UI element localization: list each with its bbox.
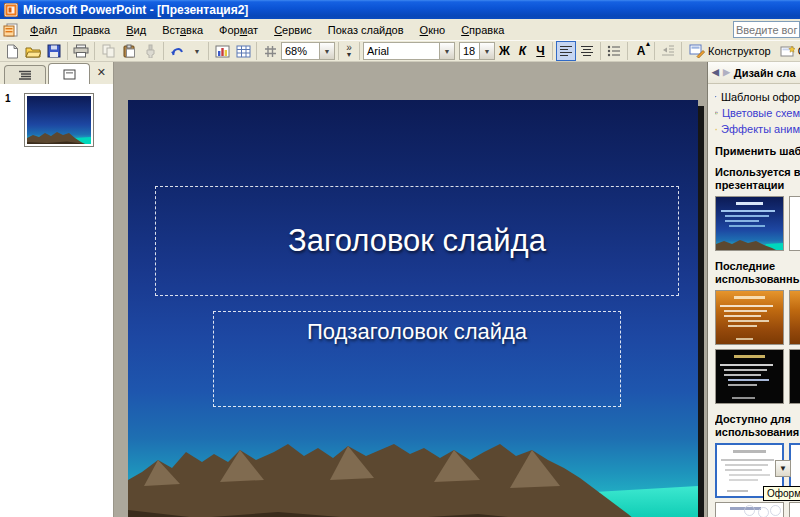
- animation-schemes-icon: [715, 124, 717, 135]
- font-size-value: 18: [460, 45, 479, 57]
- design-templates-link[interactable]: Шаблоны офор: [715, 89, 800, 105]
- menu-edit[interactable]: Правка: [65, 22, 118, 38]
- chevron-down-icon[interactable]: ▼: [439, 43, 454, 59]
- slide-number: 1: [0, 93, 16, 147]
- copy-icon: [102, 44, 115, 58]
- toolbar-separator: [681, 42, 682, 60]
- available-template-thumbnail-2[interactable]: [715, 502, 784, 517]
- bold-button[interactable]: Ж: [496, 41, 513, 61]
- circles-template-preview: [716, 503, 783, 517]
- color-schemes-icon: [715, 108, 718, 118]
- title-placeholder-text: Заголовок слайда: [288, 223, 546, 259]
- grow-font-icon: А▲: [637, 44, 646, 58]
- chevron-down-icon[interactable]: ▼: [479, 43, 494, 59]
- window-title: Microsoft PowerPoint - [Презентация2]: [23, 3, 248, 17]
- toolbar-options-button[interactable]: » ▼: [342, 44, 356, 58]
- design-templates-icon: [715, 92, 717, 102]
- design-button[interactable]: Конструктор: [685, 41, 775, 61]
- menu-insert[interactable]: Вставка: [154, 22, 211, 38]
- section-available-header: Доступно для использования: [715, 413, 800, 439]
- used-template-thumbnail[interactable]: [715, 196, 784, 251]
- available-template-thumbnail-partial-2[interactable]: [789, 502, 800, 517]
- ask-question-input[interactable]: [734, 22, 800, 37]
- back-arrow-icon[interactable]: ◀: [712, 68, 719, 77]
- forward-arrow-icon[interactable]: ▶: [723, 68, 730, 77]
- print-button[interactable]: [71, 41, 91, 61]
- animation-schemes-link[interactable]: Эффекты аним: [715, 121, 800, 137]
- increase-font-button[interactable]: А▲: [631, 41, 651, 61]
- document-icon: [3, 23, 18, 37]
- used-template-thumbnail-partial[interactable]: [789, 196, 800, 251]
- bold-glyph: Ж: [499, 44, 510, 58]
- font-combobox[interactable]: Arial ▼: [363, 42, 455, 60]
- numbering-button[interactable]: [604, 41, 624, 61]
- toolbar-separator: [552, 42, 553, 60]
- new-slide-button[interactable]: Со: [776, 41, 800, 61]
- save-button[interactable]: [44, 41, 64, 61]
- design-button-label: Конструктор: [708, 45, 771, 57]
- slides-tab[interactable]: [48, 63, 90, 84]
- chevron-down-icon[interactable]: ▼: [319, 43, 334, 59]
- menu-format[interactable]: Формат: [211, 22, 266, 38]
- orange-template-preview: [716, 291, 783, 344]
- section-used-header: Используется в презентации: [715, 166, 800, 192]
- recent-template-thumbnail-partial-1[interactable]: [789, 290, 800, 345]
- menu-slideshow[interactable]: Показ слайдов: [320, 22, 412, 38]
- decrease-indent-button[interactable]: [658, 41, 678, 61]
- format-painter-button[interactable]: [140, 41, 160, 61]
- recent-template-thumbnail-partial-2[interactable]: [789, 349, 800, 404]
- font-size-combobox[interactable]: 18 ▼: [459, 42, 495, 60]
- task-pane-body: Шаблоны офор Цветовые схем: [708, 84, 800, 517]
- paste-clipboard-icon: [123, 44, 136, 58]
- template-dropdown-button[interactable]: ▼: [775, 460, 791, 477]
- section-used-line1: Используется в: [715, 166, 800, 179]
- insert-table-button[interactable]: [233, 41, 253, 61]
- zoom-combobox[interactable]: 68% ▼: [281, 42, 335, 60]
- design-templates-label: Шаблоны офор: [721, 91, 800, 103]
- slide-editor-workspace: Заголовок слайда Подзаголовок слайда: [114, 62, 707, 517]
- color-schemes-link[interactable]: Цветовые схем: [715, 105, 800, 121]
- copy-button[interactable]: [98, 41, 118, 61]
- slide-canvas[interactable]: Заголовок слайда Подзаголовок слайда: [128, 100, 698, 517]
- subtitle-placeholder[interactable]: Подзаголовок слайда: [213, 311, 621, 407]
- template-tooltip: Оформ.: [763, 486, 800, 501]
- panel-tab-strip: ✕: [0, 62, 113, 85]
- menu-tools[interactable]: Сервис: [266, 22, 320, 38]
- menu-view[interactable]: Вид: [118, 22, 154, 38]
- chevron-down-icon: ▼: [194, 48, 201, 55]
- show-grid-button[interactable]: [260, 41, 280, 61]
- slides-icon: [63, 69, 76, 80]
- apply-template-label: Применить шабл: [715, 145, 800, 157]
- open-button[interactable]: [23, 41, 43, 61]
- italic-button[interactable]: К: [514, 41, 531, 61]
- underline-button[interactable]: Ч: [532, 41, 549, 61]
- partial-white-preview-2: [790, 503, 800, 517]
- title-placeholder[interactable]: Заголовок слайда: [155, 186, 679, 296]
- format-painter-icon: [144, 44, 157, 58]
- align-center-button[interactable]: [577, 41, 597, 61]
- outline-tab[interactable]: [4, 65, 46, 84]
- menu-help[interactable]: Справка: [453, 22, 512, 38]
- undo-dropdown-button[interactable]: ▼: [188, 41, 205, 61]
- task-pane-header: ◀ ▶ Дизайн сла: [708, 62, 800, 84]
- task-pane-title: Дизайн сла: [734, 67, 796, 79]
- menu-window[interactable]: Окно: [412, 22, 454, 38]
- close-panel-button[interactable]: ✕: [97, 67, 106, 78]
- undo-button[interactable]: [167, 41, 187, 61]
- recent-template-thumbnail-orange[interactable]: [715, 290, 784, 345]
- section-recent-header: Последние использованнь: [715, 260, 800, 286]
- ask-question-box: [733, 21, 800, 38]
- menu-file[interactable]: Файл: [22, 22, 65, 38]
- thumbnail-area: 1: [0, 85, 113, 147]
- title-bar: Microsoft PowerPoint - [Презентация2]: [0, 0, 800, 19]
- paste-button[interactable]: [119, 41, 139, 61]
- recent-template-thumbnail-dark[interactable]: [715, 349, 784, 404]
- align-left-button[interactable]: [556, 41, 576, 61]
- font-name-value: Arial: [364, 45, 439, 57]
- slide-thumbnail[interactable]: [24, 93, 94, 147]
- new-document-button[interactable]: [2, 41, 22, 61]
- partial-template-preview: [790, 197, 800, 250]
- insert-chart-button[interactable]: [212, 41, 232, 61]
- available-template-row-2: [715, 502, 800, 517]
- available-template-row-1: ▼ Оформ.: [715, 443, 800, 498]
